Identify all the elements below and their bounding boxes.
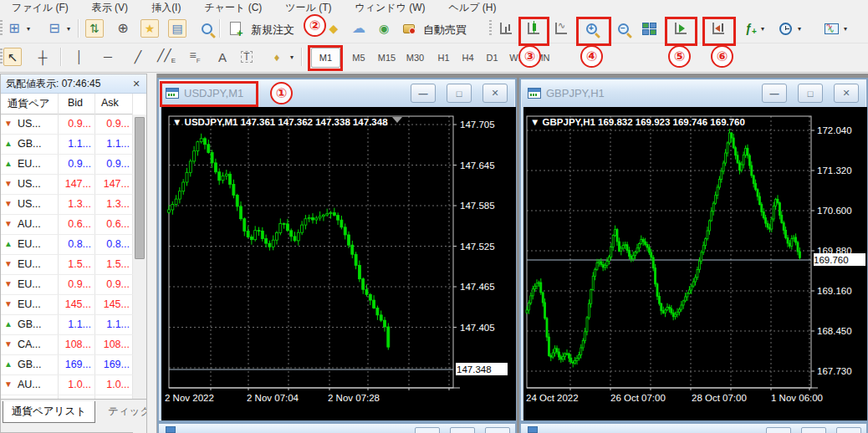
restore-button[interactable]: □	[447, 84, 472, 103]
bar-chart-icon[interactable]	[497, 19, 515, 38]
fibonacci-icon[interactable]: ≡F	[186, 48, 204, 66]
new-chart-icon[interactable]: ⊞	[5, 19, 23, 38]
minimize-button[interactable]	[766, 427, 791, 433]
chart-window-partial[interactable]	[519, 422, 868, 433]
market-watch-row-10[interactable]: ▲GB...1.1...1.1...	[1, 315, 133, 335]
column-ask[interactable]: Ask	[101, 97, 119, 109]
market-watch-row-12[interactable]: ▲GB...169...169...	[1, 355, 133, 375]
market-watch-row-4[interactable]: ▼US...1.3...1.3...	[1, 195, 133, 215]
navigator-icon[interactable]: ★	[140, 19, 159, 38]
text-label-icon[interactable]: T	[237, 48, 256, 66]
timeframe-button-m15[interactable]: M15	[373, 48, 401, 68]
chevron-down-icon[interactable]: ▾	[841, 25, 850, 33]
market-watch-row-7[interactable]: ▼EU...1.5...1.5...	[1, 255, 133, 275]
window-title-bar[interactable]: USDJPY,M1 — □ ✕	[160, 80, 514, 106]
market-watch-row-0[interactable]: ▼US...0.9...0.9...	[1, 115, 133, 135]
menu-item-5[interactable]: ウィンドウ (W)	[344, 0, 437, 15]
close-button[interactable]	[836, 427, 861, 433]
scrollbar-thumb[interactable]	[135, 117, 145, 259]
gbpjpy-candlestick-chart[interactable]: 172.040171.320170.600169.880169.160168.4…	[523, 107, 867, 420]
close-button[interactable]: ✕	[834, 84, 859, 103]
window-title-bar[interactable]: GBPJPY,H1 — □ ✕	[522, 80, 865, 106]
timeframe-button-mn[interactable]: MN	[530, 48, 555, 68]
vertical-line-icon[interactable]: │	[70, 48, 89, 66]
usdjpy-candlestick-chart[interactable]: 147.705147.645147.585147.525147.465147.4…	[161, 107, 516, 420]
terminal-icon[interactable]: ▤	[168, 19, 186, 38]
strategy-tester-icon[interactable]	[197, 19, 216, 38]
menu-item-2[interactable]: 挿入(I)	[140, 0, 192, 15]
menu-item-3[interactable]: チャート (C)	[192, 0, 273, 15]
toolbar-grip[interactable]	[489, 20, 492, 37]
chevron-down-icon[interactable]: ▾	[795, 25, 804, 33]
tab-tick-chart[interactable]: ティックチ	[100, 401, 146, 423]
column-symbol[interactable]: 通貨ペア	[8, 97, 50, 111]
minimize-button[interactable]	[415, 427, 440, 433]
chevron-down-icon[interactable]: ▾	[64, 25, 73, 33]
equidistant-channel-icon[interactable]: ╱╱E	[157, 48, 176, 66]
candlestick-chart-icon[interactable]	[524, 19, 543, 38]
tab-symbol-list[interactable]: 通貨ペアリスト	[3, 401, 95, 423]
market-watch-row-1[interactable]: ▲GB...1.1...1.1...	[1, 135, 133, 155]
toolbar-grip[interactable]	[0, 20, 3, 37]
chart-area-usdjpy[interactable]: 147.705147.645147.585147.525147.465147.4…	[161, 107, 516, 420]
chart-window-partial[interactable]	[157, 422, 517, 433]
auto-scroll-icon[interactable]	[671, 19, 690, 38]
crosshair-icon[interactable]: ┼	[33, 48, 52, 66]
text-icon[interactable]: A	[213, 48, 232, 66]
menu-item-1[interactable]: 表示 (V)	[80, 0, 140, 15]
autotrading-label[interactable]: 自動売買	[423, 23, 467, 38]
market-watch-row-9[interactable]: ▼EU...145...145...	[1, 295, 133, 315]
timeframe-button-m1[interactable]: M1	[311, 48, 340, 68]
timeframe-button-w1[interactable]: W1	[505, 48, 528, 68]
menu-item-6[interactable]: ヘルプ (H)	[437, 0, 508, 15]
line-chart-icon[interactable]: ∿	[552, 19, 570, 38]
toolbar-grip[interactable]	[0, 48, 3, 65]
restore-button[interactable]	[801, 427, 826, 433]
data-window-icon[interactable]: ⊕	[114, 19, 132, 38]
timeframe-button-m5[interactable]: M5	[347, 48, 370, 68]
close-button[interactable]	[485, 427, 510, 433]
chevron-down-icon[interactable]: ▾	[758, 25, 767, 33]
chevron-down-icon[interactable]: ▾	[288, 53, 296, 61]
periods-icon[interactable]	[776, 19, 794, 38]
horizontal-line-icon[interactable]: ─	[99, 48, 117, 66]
close-button[interactable]: ✕	[483, 84, 508, 103]
profiles-icon[interactable]: ⊟	[45, 19, 64, 38]
community-icon[interactable]: ☁	[350, 19, 368, 38]
indicators-icon[interactable]: ƒ	[739, 19, 758, 38]
close-icon[interactable]: ✕	[130, 74, 142, 94]
market-watch-row-6[interactable]: ▲EU...0.8...0.8...	[1, 235, 133, 255]
restore-button[interactable]: □	[798, 84, 823, 103]
chevron-down-icon[interactable]: ▾	[24, 25, 33, 33]
timeframe-button-m30[interactable]: M30	[401, 48, 429, 68]
autotrading-icon[interactable]	[400, 19, 418, 38]
restore-button[interactable]	[450, 427, 475, 433]
market-watch-row-8[interactable]: ▼EU...0.9...0.9...	[1, 275, 133, 295]
zoom-in-icon[interactable]: +	[582, 19, 600, 38]
chart-shift-icon[interactable]	[709, 19, 728, 38]
templates-icon[interactable]	[822, 19, 840, 38]
market-watch-row-13[interactable]: ▼AU...1.0...1.0...	[1, 375, 133, 395]
arrows-icon[interactable]: ♦	[268, 48, 286, 66]
new-order-label[interactable]: 新規注文	[251, 23, 294, 38]
tile-windows-icon[interactable]	[640, 19, 658, 38]
metaeditor-icon[interactable]: ◆	[324, 19, 343, 38]
menu-item-0[interactable]: ファイル (F)	[0, 0, 80, 15]
market-watch-scrollbar[interactable]	[133, 115, 146, 433]
column-bid[interactable]: Bid	[68, 97, 83, 109]
minimize-button[interactable]: —	[411, 84, 436, 103]
trendline-icon[interactable]: ╱	[129, 48, 147, 66]
market-watch-row-3[interactable]: ▼US...147...147...	[1, 175, 133, 195]
timeframe-button-h1[interactable]: H1	[432, 48, 455, 68]
market-watch-row-11[interactable]: ▼CA...108...108...	[1, 335, 133, 355]
news-icon[interactable]: ◉	[375, 19, 393, 38]
new-order-icon[interactable]	[226, 19, 244, 38]
minimize-button[interactable]: —	[762, 84, 787, 103]
market-watch-row-5[interactable]: ▼AU...0.6...0.6...	[1, 215, 133, 235]
market-watch-icon[interactable]: ⇅	[85, 19, 104, 38]
market-watch-row-2[interactable]: ▲EU...0.9...0.9...	[1, 155, 133, 175]
chart-area-gbpjpy[interactable]: 172.040171.320170.600169.880169.160168.4…	[523, 107, 867, 420]
cursor-icon[interactable]: ↖	[3, 48, 22, 66]
zoom-out-icon[interactable]: −	[614, 19, 632, 38]
panel-splitter[interactable]	[147, 74, 157, 433]
